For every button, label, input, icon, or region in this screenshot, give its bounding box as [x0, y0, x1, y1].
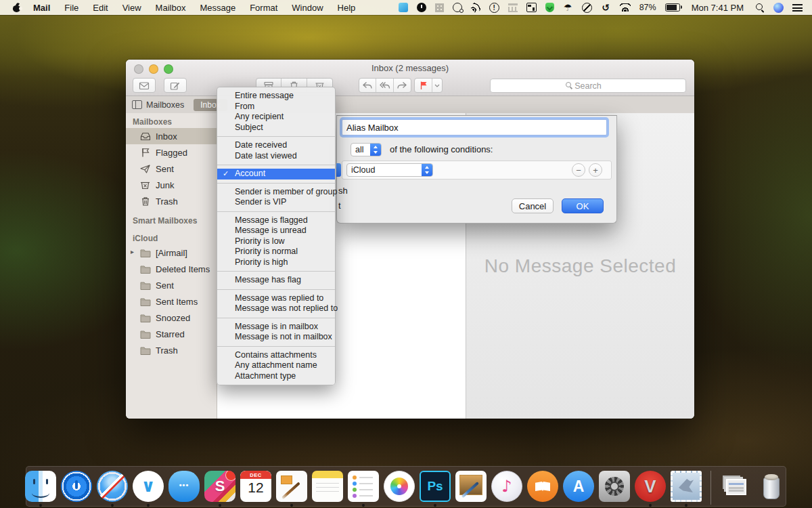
sidebar-item-trash[interactable]: Trash: [126, 193, 217, 209]
reply-all-button[interactable]: [376, 79, 393, 92]
dock-item-reminders[interactable]: [348, 471, 379, 506]
menu-item-message-was-not-replied-to[interactable]: Message was not replied to: [217, 303, 335, 314]
dock-item-stack[interactable]: [720, 471, 751, 506]
dock-item-notes[interactable]: [312, 471, 343, 506]
sidebar-item-sent[interactable]: Sent: [126, 277, 217, 293]
menubar-item-message[interactable]: Message: [200, 3, 235, 13]
dock-item-security-app[interactable]: V: [635, 471, 666, 506]
dock-item-slack[interactable]: S: [204, 471, 235, 506]
sidebar-item-snoozed[interactable]: Snoozed: [126, 310, 217, 326]
menu-item-any-attachment-name[interactable]: Any attachment name: [217, 360, 335, 371]
ok-button[interactable]: OK: [562, 198, 604, 213]
zoom-button[interactable]: [164, 64, 173, 74]
dock-item-mail[interactable]: [671, 471, 702, 506]
menu-item-subject[interactable]: Subject: [217, 123, 335, 133]
cancel-button[interactable]: Cancel: [512, 198, 554, 213]
dnd-icon[interactable]: [582, 3, 592, 13]
sidebar-item-flagged[interactable]: Flagged: [126, 144, 217, 161]
menubar-item-mailbox[interactable]: Mailbox: [156, 3, 186, 13]
menu-item-priority-is-low[interactable]: Priority is low: [217, 236, 335, 247]
mailboxes-toggle[interactable]: Mailboxes: [126, 100, 184, 110]
time-machine-icon[interactable]: [601, 3, 611, 13]
sidebar-item-starred[interactable]: Starred: [126, 326, 217, 342]
dock-item-photoshop[interactable]: Ps: [420, 471, 451, 506]
fantastical-icon[interactable]: [417, 3, 426, 12]
menu-item-sender-is-vip[interactable]: Sender is VIP: [217, 197, 335, 208]
dock-item-system-preferences[interactable]: [599, 471, 630, 506]
menu-item-sender-is-member-of-group[interactable]: Sender is member of group: [217, 187, 335, 198]
mailbox-name-field[interactable]: [342, 119, 607, 135]
dock-item-itunes[interactable]: ♪: [491, 471, 522, 506]
dock-item-onepassword[interactable]: [61, 471, 92, 506]
dock-item-trash-dock[interactable]: [756, 471, 787, 506]
menu-item-date-received[interactable]: Date received: [217, 140, 335, 151]
menubar-item-window[interactable]: Window: [292, 3, 323, 13]
menu-item-account[interactable]: ✓Account: [217, 169, 335, 179]
menu-item-date-last-viewed[interactable]: Date last viewed: [217, 151, 335, 162]
dock-item-pages[interactable]: [276, 471, 307, 506]
menu-item-message-is-unread[interactable]: Message is unread: [217, 226, 335, 236]
sidebar-item-trash[interactable]: Trash: [126, 342, 217, 358]
menubar-item-format[interactable]: Format: [250, 3, 277, 13]
shield-icon[interactable]: [545, 3, 554, 12]
match-popup[interactable]: all: [351, 143, 382, 156]
dock-item-preview[interactable]: [455, 471, 487, 506]
menubar-item-view[interactable]: View: [122, 3, 141, 13]
apple-menu-icon[interactable]: [13, 3, 21, 12]
info-icon[interactable]: [489, 3, 499, 13]
compose-button[interactable]: [164, 78, 187, 93]
search-input[interactable]: [491, 79, 685, 92]
dock-item-ibooks[interactable]: [527, 471, 558, 506]
forward-button[interactable]: [394, 79, 411, 92]
disclosure-triangle-icon[interactable]: ▸: [131, 248, 134, 255]
condition-type-popup-partial[interactable]: [336, 163, 341, 177]
sidebar-item-airmail[interactable]: ▸[Airmail]: [126, 245, 217, 261]
condition-value-popup[interactable]: iCloud: [346, 163, 433, 177]
menubar-item-help[interactable]: Help: [338, 3, 356, 13]
umbrella-icon[interactable]: [563, 3, 573, 13]
wifi-icon[interactable]: [620, 3, 631, 12]
sidebar-item-deleted-items[interactable]: Deleted Items: [126, 261, 217, 277]
spotlight-icon[interactable]: [755, 3, 765, 12]
dock-item-safari[interactable]: [97, 471, 128, 506]
flag-menu-chevron[interactable]: [432, 79, 442, 92]
flag-button[interactable]: [415, 79, 432, 92]
menu-item-entire-message[interactable]: Entire message: [217, 91, 335, 102]
remove-condition-button[interactable]: −: [572, 163, 585, 177]
grid-icon[interactable]: [435, 3, 444, 12]
amphetamine-icon[interactable]: [399, 3, 408, 12]
siri-icon[interactable]: [773, 3, 784, 13]
dock-item-finder[interactable]: [25, 471, 56, 506]
window-titlebar[interactable]: Inbox (2 messages): [126, 60, 694, 77]
menu-item-from[interactable]: From: [217, 102, 335, 112]
menubar-clock[interactable]: Mon 7:41 PM: [689, 3, 746, 13]
menu-item-priority-is-normal[interactable]: Priority is normal: [217, 247, 335, 257]
sidebar-item-inbox[interactable]: Inbox: [126, 128, 217, 144]
menu-item-message-was-replied-to[interactable]: Message was replied to: [217, 293, 335, 304]
signal-icon[interactable]: [470, 1, 482, 14]
menubar-item-edit[interactable]: Edit: [93, 3, 108, 13]
menu-item-contains-attachments[interactable]: Contains attachments: [217, 350, 335, 361]
dock-item-photos[interactable]: [384, 471, 415, 506]
window-layout-icon[interactable]: [526, 3, 537, 12]
menu-item-message-is-not-in-mailbox[interactable]: Message is not in mailbox: [217, 332, 335, 343]
menu-item-attachment-type[interactable]: Attachment type: [217, 371, 335, 382]
add-condition-button[interactable]: +: [589, 163, 602, 177]
minimize-button[interactable]: [149, 64, 158, 74]
creative-cloud-icon[interactable]: [453, 3, 462, 12]
menubar-item-file[interactable]: File: [64, 3, 78, 13]
close-button[interactable]: [134, 64, 143, 74]
sidebar-item-junk[interactable]: Junk: [126, 177, 217, 193]
notification-center-icon[interactable]: [792, 4, 803, 12]
bank-icon[interactable]: [508, 3, 518, 12]
menu-item-priority-is-high[interactable]: Priority is high: [217, 257, 335, 268]
reply-button[interactable]: [359, 79, 376, 92]
dock-item-calendar[interactable]: DEC12: [240, 471, 271, 506]
menu-item-message-is-in-mailbox[interactable]: Message is in mailbox: [217, 322, 335, 333]
sidebar-item-sent-items[interactable]: Sent Items: [126, 293, 217, 310]
menubar-item-mail[interactable]: Mail: [33, 3, 50, 13]
menu-item-any-recipient[interactable]: Any recipient: [217, 112, 335, 123]
dock-item-appstore[interactable]: A: [563, 471, 594, 506]
menu-item-message-is-flagged[interactable]: Message is flagged: [217, 215, 335, 226]
sidebar-item-sent[interactable]: Sent: [126, 161, 217, 177]
